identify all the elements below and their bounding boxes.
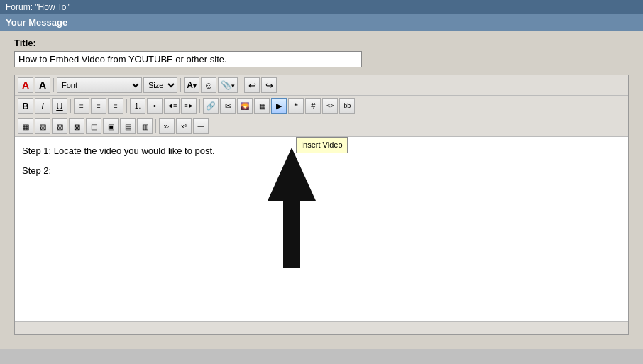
btn-superscript[interactable]: x² — [176, 118, 192, 134]
btn-hr[interactable]: — — [193, 118, 209, 134]
btn-text-color[interactable]: A▾ — [184, 77, 199, 93]
btn-image2[interactable]: ▦ — [254, 98, 270, 114]
superscript-icon: x² — [181, 123, 187, 130]
btn-r3-2[interactable]: ▧ — [35, 118, 50, 134]
indent-more-icon: ≡► — [184, 102, 194, 109]
bbcode-icon: bb — [344, 102, 351, 109]
indent-less-icon: ◄≡ — [167, 102, 177, 109]
align-right-icon: ≡ — [114, 102, 118, 110]
btn-link[interactable]: 🔗 — [203, 98, 219, 114]
separator6 — [199, 99, 200, 113]
unordered-list-icon: • — [153, 101, 156, 110]
editor-bottom-bar — [15, 321, 628, 334]
text-color-label: A▾ — [187, 80, 197, 90]
btn-align-center[interactable]: ≡ — [91, 98, 106, 114]
separator2 — [180, 78, 181, 92]
your-message-text: Your Message — [6, 17, 67, 28]
align-left-icon: ≡ — [79, 102, 84, 110]
btn-ordered-list[interactable]: 1. — [130, 98, 145, 114]
r3-2-icon: ▧ — [40, 123, 46, 131]
bg-color-icon: A — [39, 79, 46, 91]
separator5 — [126, 99, 127, 113]
btn-align-left[interactable]: ≡ — [74, 98, 89, 114]
r3-1-icon: ▦ — [23, 123, 29, 131]
emoji-icon: ☺ — [204, 80, 213, 91]
svg-rect-0 — [283, 190, 300, 268]
btn-email[interactable]: ✉ — [220, 98, 236, 114]
hash-icon: # — [311, 101, 315, 110]
subscript-icon: x₂ — [164, 123, 170, 130]
title-label: Title: — [14, 38, 629, 48]
code-icon: <> — [326, 102, 334, 109]
btn-quote[interactable]: ❝ — [288, 98, 304, 114]
separator7 — [155, 119, 156, 133]
btn-italic[interactable]: I — [35, 98, 50, 114]
image2-icon: ▦ — [259, 102, 265, 110]
separator4 — [70, 99, 71, 113]
redo-icon: ↪ — [265, 80, 273, 91]
btn-redo[interactable]: ↪ — [261, 77, 277, 93]
btn-image[interactable]: 🌄 — [237, 98, 253, 114]
align-center-icon: ≡ — [97, 102, 101, 110]
link-icon: 🔗 — [206, 101, 216, 111]
btn-underline[interactable]: U — [52, 98, 67, 114]
btn-r3-6[interactable]: ▣ — [103, 118, 119, 134]
size-select[interactable]: Size 123 4567 — [143, 77, 177, 93]
btn-bold[interactable]: B — [18, 98, 33, 114]
separator3 — [241, 78, 241, 92]
btn-r3-8[interactable]: ▥ — [137, 118, 153, 134]
separator1 — [53, 78, 54, 92]
btn-unordered-list[interactable]: • — [147, 98, 163, 114]
toolbar-row1: A A Font Arial Times New Roman Courier N… — [15, 75, 628, 96]
btn-align-right[interactable]: ≡ — [108, 98, 123, 114]
btn-r3-1[interactable]: ▦ — [18, 118, 33, 134]
hr-icon: — — [198, 123, 204, 130]
toolbar-row3: ▦ ▧ ▨ ▩ ◫ ▣ ▤ ▥ x₂ x² — — [15, 116, 628, 137]
btn-hash[interactable]: # — [305, 98, 321, 114]
btn-r3-5[interactable]: ◫ — [86, 118, 101, 134]
editor-line-2: Step 2: — [22, 164, 621, 178]
r3-3-icon: ▨ — [57, 123, 63, 131]
title-input[interactable] — [14, 51, 362, 67]
quote-icon: ❝ — [294, 101, 298, 111]
btn-bbcode[interactable]: bb — [339, 98, 355, 114]
forum-bar: Forum: "How To" — [0, 0, 643, 14]
editor-content: Step 1: Locate the video you would like … — [22, 144, 621, 177]
font-color-icon: A — [22, 79, 29, 91]
your-message-header: Your Message — [0, 14, 643, 31]
r3-8-icon: ▥ — [142, 123, 148, 131]
btn-indent-more[interactable]: ≡► — [181, 98, 197, 114]
btn-font-color-a[interactable]: A — [18, 77, 33, 93]
main-container: Title: A A Font Arial Times New Roman Co… — [0, 31, 643, 349]
btn-subscript[interactable]: x₂ — [159, 118, 175, 134]
undo-icon: ↩ — [248, 80, 256, 91]
editor-container: A A Font Arial Times New Roman Courier N… — [14, 75, 629, 335]
btn-code[interactable]: <> — [322, 98, 338, 114]
font-select[interactable]: Font Arial Times New Roman Courier New — [57, 77, 142, 93]
email-icon: ✉ — [225, 101, 231, 111]
btn-insert-video[interactable]: ▶ — [271, 98, 287, 114]
btn-emoji[interactable]: ☺ — [201, 77, 216, 93]
btn-r3-3[interactable]: ▨ — [52, 118, 67, 134]
btn-attach[interactable]: 📎▾ — [218, 77, 238, 93]
forum-bar-text: Forum: "How To" — [6, 2, 70, 12]
r3-5-icon: ◫ — [91, 123, 97, 131]
btn-indent-less[interactable]: ◄≡ — [164, 98, 180, 114]
ordered-list-icon: 1. — [135, 102, 141, 110]
btn-font-color-a2[interactable]: A — [35, 77, 50, 93]
insert-video-icon: ▶ — [276, 101, 282, 111]
btn-r3-4[interactable]: ▩ — [69, 118, 84, 134]
r3-4-icon: ▩ — [74, 123, 80, 131]
btn-undo[interactable]: ↩ — [244, 77, 260, 93]
toolbar-row2: B I U ≡ ≡ ≡ 1. • ◄≡ ≡► — [15, 96, 628, 116]
editor-line-1: Step 1: Locate the video you would like … — [22, 144, 621, 158]
r3-7-icon: ▤ — [125, 123, 131, 131]
attach-icon: 📎▾ — [221, 80, 235, 90]
btn-r3-7[interactable]: ▤ — [120, 118, 136, 134]
image-icon: 🌄 — [241, 102, 249, 110]
editor-area[interactable]: Step 1: Locate the video you would like … — [15, 137, 628, 321]
r3-6-icon: ▣ — [108, 123, 114, 131]
